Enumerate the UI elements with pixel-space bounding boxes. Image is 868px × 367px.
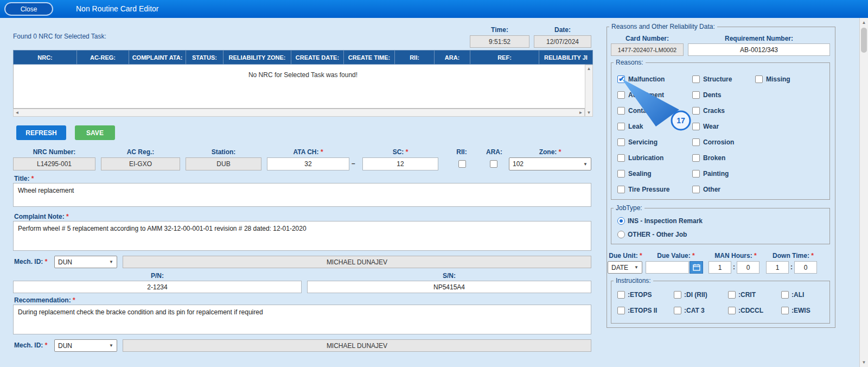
reason-checkbox-painting[interactable] (692, 170, 700, 178)
column-header-ac-reg[interactable]: AC-REG: (77, 50, 129, 64)
sc-input[interactable]: 12 (362, 157, 438, 170)
recommendation-textarea[interactable]: During replacement check the bracke cond… (13, 305, 591, 334)
reason-checkbox-broken[interactable] (692, 154, 700, 162)
reason-checkbox-leak[interactable] (617, 123, 625, 130)
scrollbar-thumb[interactable] (861, 28, 867, 53)
reason-checkbox-structure[interactable] (692, 75, 700, 83)
ac-reg-label-text: AC Reg.: (127, 148, 155, 156)
scroll-right-icon[interactable]: ► (577, 109, 584, 116)
instruction-checkbox-ali[interactable] (781, 291, 789, 299)
column-header-ref[interactable]: REF: (470, 50, 539, 64)
reason-checkbox-tire-pressure[interactable] (617, 186, 625, 193)
reason-checkbox-adjustment[interactable] (617, 91, 625, 99)
sn-input[interactable]: NP5415A4 (307, 281, 591, 293)
ata-ch-input[interactable]: 32 (267, 157, 349, 170)
scroll-left-icon[interactable]: ◄ (14, 109, 21, 116)
down-time-colon: : (790, 263, 793, 271)
column-header-reliability-zone[interactable]: RELIABILITY ZONE: (224, 50, 291, 64)
jobtype-legend: JobType: (614, 204, 644, 212)
scroll-up-icon[interactable]: ▲ (860, 19, 868, 26)
reason-label-sealing: Sealing (628, 170, 652, 178)
table-horizontal-scrollbar[interactable]: ◄ ► (13, 109, 585, 117)
jobtype-label-other: OTHER - Other Job (628, 231, 687, 238)
column-header-nrc[interactable]: NRC: (14, 50, 77, 64)
page-vertical-scrollbar[interactable]: ▲ ▼ (859, 18, 868, 367)
required-mark: * (406, 148, 409, 156)
due-value-input[interactable] (646, 261, 689, 274)
column-header-complaint-ata[interactable]: COMPLAINT ATA: (129, 50, 186, 64)
close-button[interactable]: Close (4, 2, 53, 16)
zone-select[interactable]: 102 ▼ (509, 157, 591, 170)
reason-checkbox-sealing[interactable] (617, 170, 625, 178)
mech-name-field-2: MICHAEL DUNAJEV (123, 339, 591, 352)
man-hours-m-input[interactable]: 0 (737, 261, 760, 274)
save-button[interactable]: SAVE (75, 125, 115, 140)
instruction-checkbox-cdccl[interactable] (728, 307, 736, 314)
mech-id-select-value-1: DUN (58, 258, 72, 266)
jobtype-radio-other[interactable] (617, 231, 625, 238)
instruction-checkbox-di-rii[interactable] (674, 291, 681, 299)
reason-checkbox-wear[interactable] (692, 123, 700, 130)
reason-label-corrosion: Corrosion (703, 138, 734, 146)
column-header-rii[interactable]: RII: (395, 50, 435, 64)
column-header-status[interactable]: STATUS: (186, 50, 224, 64)
title-textarea[interactable]: Wheel replacement (13, 183, 591, 207)
down-time-h-input[interactable]: 1 (766, 261, 789, 274)
rii-checkbox[interactable] (458, 160, 466, 168)
ata-ch-label-text: ATA CH: (293, 148, 318, 156)
scroll-down-icon[interactable]: ▼ (860, 359, 868, 366)
down-time-m-input[interactable]: 0 (794, 261, 817, 274)
column-header-create-date[interactable]: CREATE DATE: (291, 50, 344, 64)
column-header-reliability-ji[interactable]: RELIABILITY JI (539, 50, 592, 64)
refresh-button[interactable]: REFRESH (16, 125, 66, 140)
mech-id-select-1[interactable]: DUN ▼ (54, 256, 117, 268)
column-header-ara[interactable]: ARA: (435, 50, 470, 64)
instruction-checkbox-ewis[interactable] (781, 307, 789, 314)
nrc-number-label-text: NRC Number: (33, 148, 76, 156)
ara-checkbox[interactable] (490, 160, 497, 168)
instruction-checkbox-etops[interactable] (617, 291, 625, 299)
instruction-checkbox-etops-ii[interactable] (617, 307, 625, 314)
zone-select-value: 102 (513, 160, 524, 168)
due-unit-select[interactable]: DATE ▼ (608, 261, 642, 274)
complaint-note-label: Complaint Note: * (14, 213, 69, 220)
required-mark: * (45, 341, 48, 349)
calendar-icon (693, 264, 700, 271)
pn-input[interactable]: 2-1234 (13, 281, 302, 293)
complaint-note-textarea[interactable]: Perform wheel # 5 replacement according … (13, 221, 591, 251)
required-mark: * (811, 252, 814, 260)
reason-checkbox-dents[interactable] (692, 91, 700, 99)
instruction-checkbox-crit[interactable] (728, 291, 736, 299)
reason-checkbox-lubrication[interactable] (617, 154, 625, 162)
man-hours-h-input[interactable]: 1 (709, 261, 731, 274)
calendar-button[interactable] (690, 261, 703, 274)
time-value-field: 9:51:52 (470, 35, 529, 48)
reason-checkbox-malfunction[interactable] (617, 75, 625, 83)
chevron-down-icon: ▼ (634, 265, 639, 270)
due-value-label-text: Due Value: (657, 252, 690, 260)
instruction-checkbox-cat3[interactable] (674, 307, 681, 314)
reason-checkbox-servicing[interactable] (617, 138, 625, 146)
column-header-create-time[interactable]: CREATE TIME: (344, 50, 395, 64)
reason-checkbox-missing[interactable] (755, 75, 763, 83)
nrc-number-label: NRC Number: (13, 148, 95, 156)
reason-label-cracks: Cracks (703, 107, 725, 115)
station-field: DUB (186, 157, 261, 170)
scroll-up-icon[interactable]: ▲ (585, 65, 592, 72)
table-vertical-scrollbar[interactable]: ▲ ▼ (585, 65, 593, 117)
date-value-field: 12/07/2024 (534, 35, 591, 48)
instruction-label-etops-ii: :ETOPS II (628, 307, 657, 314)
requirement-number-input[interactable]: AB-0012/343 (688, 43, 830, 56)
reason-label-malfunction: Malfunction (628, 75, 665, 83)
mech-id-select-2[interactable]: DUN ▼ (54, 339, 117, 352)
man-hours-label-text: MAN Hours: (714, 252, 752, 260)
reason-checkbox-other[interactable] (692, 186, 700, 193)
reason-checkbox-contamination[interactable] (617, 107, 625, 115)
jobtype-radio-ins[interactable] (617, 217, 625, 225)
scroll-down-icon[interactable]: ▼ (585, 109, 592, 116)
station-label-text: Station: (212, 148, 236, 156)
reason-label-missing: Missing (766, 75, 790, 83)
reason-checkbox-corrosion[interactable] (692, 138, 700, 146)
chevron-down-icon: ▼ (109, 260, 113, 264)
reason-checkbox-cracks[interactable] (692, 107, 700, 115)
